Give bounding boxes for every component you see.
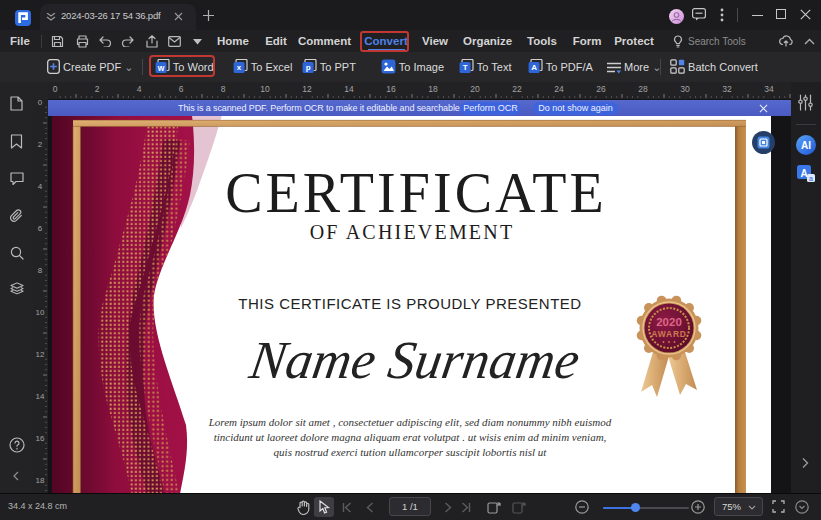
svg-text:20: 20 <box>470 84 480 94</box>
svg-text:A: A <box>531 63 537 72</box>
svg-text:THIS CERTIFICATE IS PROUDLY PR: THIS CERTIFICATE IS PROUDLY PRESENTED <box>238 295 581 312</box>
svg-text:30: 30 <box>680 84 690 94</box>
svg-text:CERTIFICATE: CERTIFICATE <box>225 162 607 224</box>
svg-text:16: 16 <box>36 434 45 443</box>
svg-text:a: a <box>809 175 813 182</box>
svg-text:Lorem ipsum dolor sit amet , c: Lorem ipsum dolor sit amet , consectetue… <box>208 416 612 428</box>
svg-text:tincidunt ut laoreet dolore ma: tincidunt ut laoreet dolore magna aliqua… <box>214 431 607 443</box>
svg-text:AWARD: AWARD <box>651 329 687 339</box>
svg-text:18: 18 <box>36 476 45 485</box>
svg-text:Name Surname: Name Surname <box>245 330 584 390</box>
svg-text:A: A <box>800 168 807 179</box>
svg-text:18: 18 <box>428 84 438 94</box>
svg-text:0: 0 <box>38 99 43 107</box>
svg-text:4: 4 <box>137 84 142 94</box>
svg-text:6: 6 <box>38 224 43 233</box>
svg-text:28: 28 <box>638 84 648 94</box>
svg-text:quis nostrud exerci tution ull: quis nostrud exerci tution ullamcorper s… <box>274 446 548 458</box>
svg-text:14: 14 <box>344 84 354 94</box>
svg-text:26: 26 <box>596 84 606 94</box>
svg-text:p: p <box>306 63 311 72</box>
svg-text:16: 16 <box>386 84 396 94</box>
svg-text:32: 32 <box>722 84 732 94</box>
svg-text:22: 22 <box>512 84 522 94</box>
svg-text:12: 12 <box>36 350 45 359</box>
svg-text:T: T <box>463 63 468 72</box>
svg-text:2: 2 <box>38 140 43 149</box>
svg-text:10: 10 <box>260 84 270 94</box>
svg-text:4: 4 <box>38 182 43 191</box>
svg-text:10: 10 <box>36 308 45 317</box>
svg-text:8: 8 <box>38 266 43 275</box>
svg-text:x: x <box>237 63 242 72</box>
svg-text:2020: 2020 <box>656 316 682 328</box>
svg-text:AI: AI <box>801 140 811 151</box>
svg-text:34: 34 <box>764 84 774 94</box>
svg-text:OF ACHIEVEMENT: OF ACHIEVEMENT <box>310 221 515 243</box>
svg-text:8: 8 <box>221 84 226 94</box>
svg-text:24: 24 <box>554 84 564 94</box>
svg-text:12: 12 <box>302 84 312 94</box>
svg-text:6: 6 <box>179 84 184 94</box>
svg-text:2: 2 <box>95 84 100 94</box>
svg-text:14: 14 <box>36 392 45 401</box>
svg-text:0: 0 <box>53 84 58 94</box>
